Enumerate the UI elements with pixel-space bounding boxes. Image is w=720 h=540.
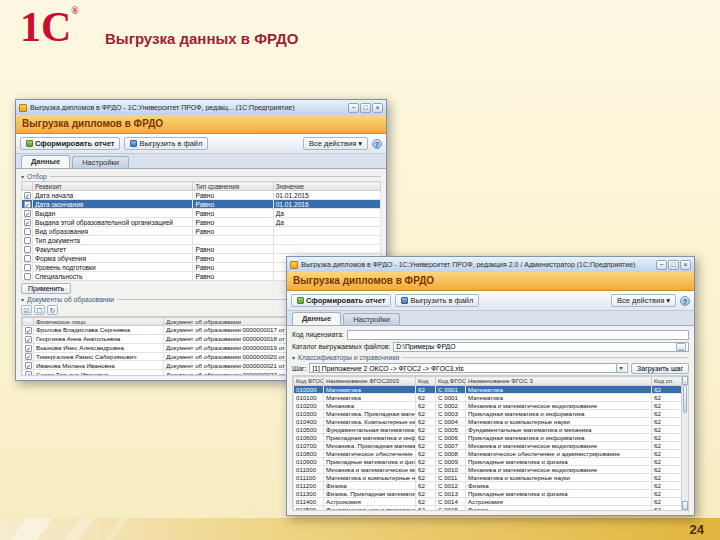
classifier-cell[interactable]: 011000 bbox=[294, 466, 324, 474]
classifier-cell[interactable]: С 0006 bbox=[436, 434, 466, 442]
classifier-cell[interactable]: С 0010 bbox=[436, 466, 466, 474]
classifier-cell[interactable]: С 0011 bbox=[436, 474, 466, 482]
column-header-code-2003[interactable]: Код ФГОС2003 bbox=[294, 377, 324, 386]
classifier-cell[interactable]: 010900 bbox=[294, 458, 324, 466]
tab-nastroyki[interactable]: Настройки bbox=[72, 156, 129, 168]
classifier-cell[interactable]: С 0012 bbox=[436, 482, 466, 490]
classifier-cell[interactable]: 62 bbox=[416, 482, 436, 490]
classifier-cell[interactable]: 62 bbox=[416, 458, 436, 466]
checkbox-icon[interactable]: ✓ bbox=[25, 345, 32, 352]
row-select-cell[interactable] bbox=[22, 254, 33, 263]
filter-compare-cell[interactable]: Равно bbox=[193, 263, 273, 272]
filter-compare-cell[interactable]: Равно bbox=[193, 272, 273, 281]
classifier-cell[interactable]: 62 bbox=[652, 506, 684, 512]
filter-compare-cell[interactable]: Равно bbox=[193, 218, 273, 227]
classifier-cell[interactable]: Механика и математическое моделирование bbox=[466, 442, 652, 450]
classifier-cell[interactable]: Математика bbox=[466, 394, 652, 402]
classifier-cell[interactable]: 62 bbox=[416, 466, 436, 474]
help-icon[interactable]: ? bbox=[372, 139, 382, 149]
filter-value-cell[interactable]: 01.01.2016 bbox=[273, 200, 380, 209]
checkbox-icon[interactable] bbox=[24, 237, 31, 244]
classifier-cell[interactable]: 62 bbox=[416, 418, 436, 426]
column-header-spec-code[interactable]: Код сп. bbox=[652, 377, 684, 386]
classifier-cell[interactable]: 011300 bbox=[294, 490, 324, 498]
classifier-cell[interactable]: 62 bbox=[416, 386, 436, 394]
column-header-code-fgos3[interactable]: Код ФГОС3 bbox=[436, 377, 466, 386]
classifier-cell[interactable]: 62 bbox=[652, 386, 684, 394]
classifier-cell[interactable]: 62 bbox=[652, 466, 684, 474]
all-actions-button[interactable]: Все действия ▾ bbox=[611, 294, 676, 307]
classifier-cell[interactable]: Прикладная математика и информатика bbox=[466, 410, 652, 418]
classifier-cell[interactable]: 010700 bbox=[294, 442, 324, 450]
classifier-cell[interactable]: 011100 bbox=[294, 474, 324, 482]
classifier-cell[interactable]: Математика. Компьютерные науки bbox=[324, 418, 416, 426]
checkbox-icon[interactable]: ✓ bbox=[25, 336, 32, 343]
classifier-cell[interactable]: 62 bbox=[652, 474, 684, 482]
classifier-cell[interactable]: Механика. Прикладная математика bbox=[324, 442, 416, 450]
collapse-icon[interactable]: ▾ bbox=[21, 173, 24, 180]
close-button[interactable]: × bbox=[372, 103, 383, 113]
filter-field-cell[interactable]: Вид образования bbox=[33, 227, 193, 236]
classifier-row[interactable]: 010400Математика. Компьютерные науки62С … bbox=[294, 418, 684, 426]
person-cell[interactable]: Вьюнова Инес Александровна bbox=[34, 343, 164, 352]
classifier-row[interactable]: 010900Прикладные математика и физика62С … bbox=[294, 458, 684, 466]
chevron-down-icon[interactable]: ▾ bbox=[616, 364, 625, 372]
row-select-cell[interactable]: ✓ bbox=[23, 352, 34, 361]
export-to-file-button[interactable]: Выгрузить в файл bbox=[395, 294, 479, 307]
person-cell[interactable]: Тимергалиев Рамис Сабирзянович bbox=[34, 352, 164, 361]
select-column-header[interactable] bbox=[22, 182, 33, 191]
classifier-cell[interactable]: 62 bbox=[416, 434, 436, 442]
person-cell[interactable]: Иванова Милана Ивановна bbox=[34, 361, 164, 370]
filter-field-cell[interactable]: Тип документа bbox=[33, 236, 193, 245]
classifier-cell[interactable]: С 0001 bbox=[436, 394, 466, 402]
classifier-cell[interactable]: Прикладные математика и физика bbox=[466, 458, 652, 466]
classifier-cell[interactable]: Математика bbox=[324, 394, 416, 402]
classifier-cell[interactable]: 011400 bbox=[294, 498, 324, 506]
row-select-cell[interactable]: ✓ bbox=[23, 326, 34, 335]
filter-row[interactable]: Тип документа bbox=[22, 236, 381, 245]
filter-value-cell[interactable]: 01.01.2015 bbox=[273, 191, 380, 200]
filter-compare-cell[interactable]: Равно bbox=[193, 209, 273, 218]
row-select-cell[interactable]: ✓ bbox=[22, 200, 33, 209]
filter-row[interactable]: ✓Дата началаРавно01.01.2015 bbox=[22, 191, 381, 200]
classifier-cell[interactable]: Фундаментальные математика и механика bbox=[466, 426, 652, 434]
minimize-button[interactable]: − bbox=[656, 260, 667, 270]
row-select-cell[interactable]: ✓ bbox=[22, 209, 33, 218]
column-header-compare-type[interactable]: Тип сравнения bbox=[193, 182, 273, 191]
checkbox-icon[interactable]: ✓ bbox=[24, 201, 31, 208]
classifier-cell[interactable]: Математическое обеспечение и администрир… bbox=[466, 450, 652, 458]
classifier-cell[interactable]: Физика bbox=[466, 482, 652, 490]
classifier-cell[interactable]: 011200 bbox=[294, 482, 324, 490]
classifier-cell[interactable]: С 0002 bbox=[436, 402, 466, 410]
classifier-cell[interactable]: 010000 bbox=[294, 386, 324, 394]
checkbox-icon[interactable]: ✓ bbox=[25, 371, 32, 376]
classifiers-group-caption[interactable]: ▾ Классификаторы и справочники bbox=[292, 353, 689, 361]
classifier-cell[interactable]: Астрономия bbox=[324, 498, 416, 506]
filter-field-cell[interactable]: Выдана этой образовательной организацией bbox=[33, 218, 193, 227]
classifier-cell[interactable]: С 0007 bbox=[436, 442, 466, 450]
collapse-icon[interactable]: ▾ bbox=[292, 354, 295, 361]
classifier-row[interactable]: 011100Математика и компьютерные науки62С… bbox=[294, 474, 684, 482]
row-select-cell[interactable]: ✓ bbox=[23, 361, 34, 370]
licensee-input[interactable] bbox=[347, 330, 689, 340]
checkbox-icon[interactable]: ✓ bbox=[25, 353, 32, 360]
filter-row[interactable]: Вид образованияРавно bbox=[22, 227, 381, 236]
row-select-cell[interactable]: ✓ bbox=[22, 218, 33, 227]
all-actions-button[interactable]: Все действия ▾ bbox=[303, 137, 368, 150]
filter-row[interactable]: ✓ВыданРавноДа bbox=[22, 209, 381, 218]
filter-value-cell[interactable]: Да bbox=[273, 209, 380, 218]
row-select-cell[interactable]: ✓ bbox=[22, 191, 33, 200]
catalog-input[interactable]: D:\Примеры ФРДО ... bbox=[393, 342, 689, 352]
classifier-cell[interactable]: 62 bbox=[416, 402, 436, 410]
filter-group-caption[interactable]: ▾ Отбор bbox=[21, 172, 381, 180]
classifier-cell[interactable]: Физика bbox=[466, 506, 652, 512]
classifier-cell[interactable]: С 0008 bbox=[436, 450, 466, 458]
classifier-cell[interactable]: 62 bbox=[652, 410, 684, 418]
step-select[interactable]: [1] Приложение 2 ОКСО -> ФГОС2 -> ФГОС3.… bbox=[309, 363, 628, 373]
classifier-cell[interactable]: 010400 bbox=[294, 418, 324, 426]
filter-field-cell[interactable]: Выдан bbox=[33, 209, 193, 218]
classifier-cell[interactable]: 62 bbox=[416, 410, 436, 418]
person-cell[interactable]: Серая Татьяна Ивановна bbox=[34, 370, 164, 376]
filter-field-cell[interactable]: Дата окончания bbox=[33, 200, 193, 209]
checkbox-icon[interactable]: ✓ bbox=[24, 192, 31, 199]
